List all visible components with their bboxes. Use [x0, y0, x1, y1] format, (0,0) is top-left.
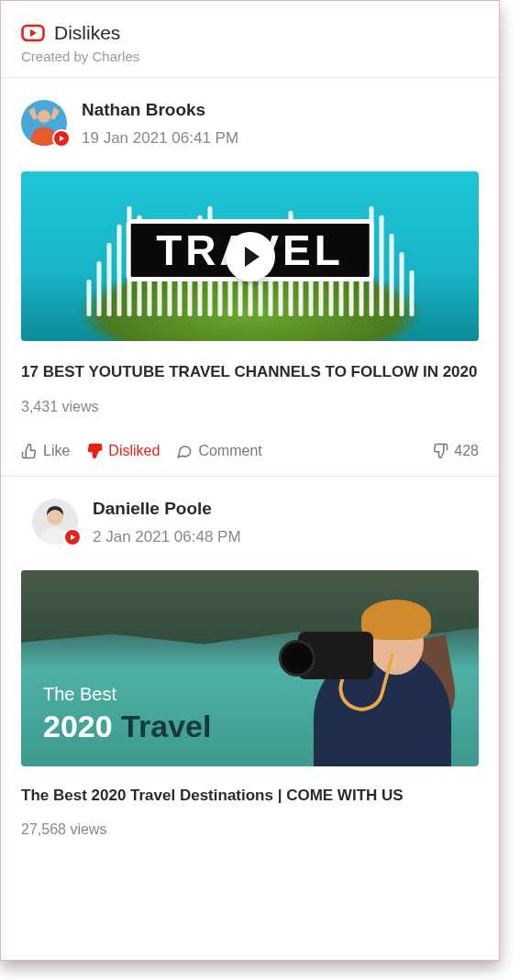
video-title[interactable]: 17 BEST YOUTUBE TRAVEL CHANNELS TO FOLLO…	[21, 361, 479, 384]
thumbs-down-icon	[432, 443, 448, 459]
video-thumbnail[interactable]: The Best 2020 Travel	[21, 570, 479, 766]
like-label: Like	[43, 443, 70, 459]
video-title[interactable]: The Best 2020 Travel Destinations | COME…	[21, 785, 479, 808]
youtube-icon	[21, 21, 45, 45]
svg-point-2	[38, 110, 50, 123]
comment-button[interactable]: Comment	[176, 443, 261, 459]
page-header: Dislikes Created by Charles	[1, 1, 499, 78]
post-item: Danielle Poole 2 Jan 2021 06:48 PM The B…	[1, 477, 499, 839]
avatar[interactable]	[32, 499, 78, 545]
video-views: 27,568 views	[21, 821, 479, 838]
youtube-badge-icon	[52, 129, 71, 148]
play-icon	[226, 232, 275, 281]
post-author[interactable]: Danielle Poole	[93, 499, 241, 519]
like-button[interactable]: Like	[21, 443, 70, 459]
video-thumbnail[interactable]: TRAVEL	[21, 171, 479, 341]
dislike-label: Disliked	[108, 443, 160, 459]
post-item: Nathan Brooks 19 Jan 2021 06:41 PM TRAVE…	[1, 78, 499, 477]
post-timestamp: 19 Jan 2021 06:41 PM	[82, 129, 238, 148]
dislike-count-value: 428	[454, 443, 479, 459]
post-author[interactable]: Nathan Brooks	[82, 100, 238, 120]
dislike-button[interactable]: Disliked	[86, 443, 160, 459]
action-bar: Like Disliked Comment 428	[21, 443, 479, 459]
dislike-count: 428	[432, 443, 479, 459]
avatar[interactable]	[21, 100, 67, 146]
post-timestamp: 2 Jan 2021 06:48 PM	[93, 528, 241, 546]
comment-label: Comment	[198, 443, 261, 459]
video-views: 3,431 views	[21, 399, 479, 415]
page-title: Dislikes	[54, 22, 120, 44]
youtube-badge-icon	[63, 528, 82, 546]
thumbnail-text: The Best 2020 Travel	[43, 684, 211, 744]
page-subtitle: Created by Charles	[21, 49, 479, 64]
